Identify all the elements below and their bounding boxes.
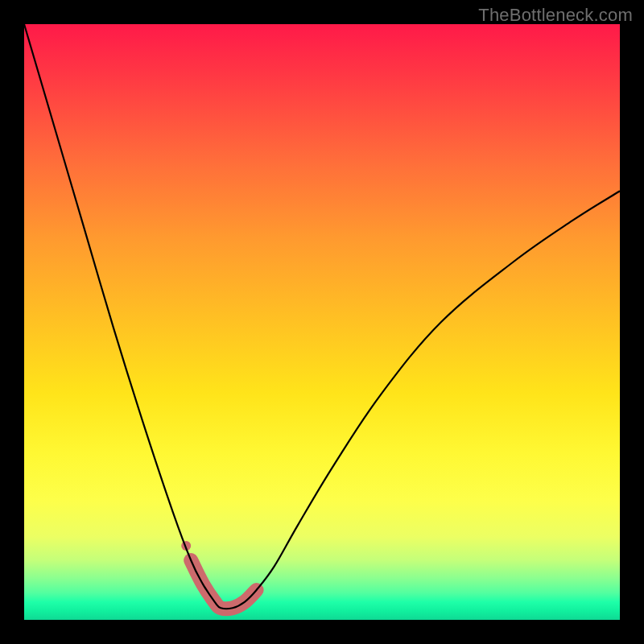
- plot-area: [24, 24, 620, 620]
- watermark-text: TheBottleneck.com: [478, 5, 633, 26]
- chart-frame: TheBottleneck.com: [0, 0, 644, 644]
- bottleneck-curve: [24, 24, 620, 609]
- curve-layer: [24, 24, 620, 620]
- optimal-band: [191, 560, 256, 609]
